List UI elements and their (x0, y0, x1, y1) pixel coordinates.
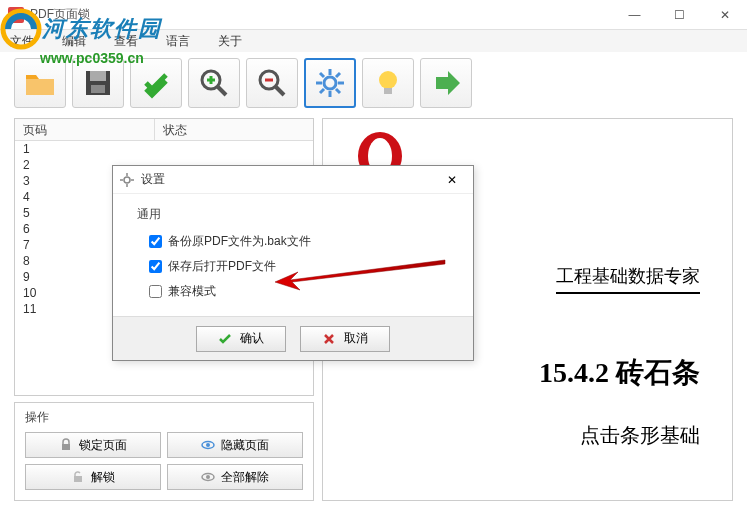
option-backup[interactable]: 备份原PDF文件为.bak文件 (149, 233, 449, 250)
col-status[interactable]: 状态 (155, 119, 195, 140)
cancel-label: 取消 (344, 330, 368, 347)
minimize-button[interactable]: — (612, 0, 657, 30)
zoom-out-icon (254, 65, 290, 101)
menu-edit[interactable]: 编辑 (62, 33, 86, 50)
dialog-footer: 确认 取消 (113, 316, 473, 360)
svg-line-18 (320, 73, 324, 77)
open-folder-icon (22, 65, 58, 101)
backup-label: 备份原PDF文件为.bak文件 (168, 233, 311, 250)
unlock-button[interactable]: 解锁 (25, 464, 161, 490)
svg-point-32 (124, 177, 130, 183)
operations-panel: 操作 锁定页面 隐藏页面 解锁 全部解除 (14, 402, 314, 501)
app-icon: P (8, 7, 24, 23)
zoom-in-button[interactable] (188, 58, 240, 108)
svg-rect-4 (90, 71, 106, 81)
menu-language[interactable]: 语言 (166, 33, 190, 50)
close-button[interactable]: ✕ (702, 0, 747, 30)
dialog-title: 设置 (141, 171, 437, 188)
svg-line-19 (336, 89, 340, 93)
maximize-button[interactable]: ☐ (657, 0, 702, 30)
svg-point-26 (206, 443, 210, 447)
svg-point-13 (324, 77, 336, 89)
cancel-button[interactable]: 取消 (300, 326, 390, 352)
svg-point-22 (379, 71, 397, 89)
gear-icon (312, 65, 348, 101)
toolbar (0, 52, 747, 114)
svg-line-7 (218, 87, 226, 95)
compat-label: 兼容模式 (168, 283, 216, 300)
unlock-label: 解锁 (91, 469, 115, 486)
check-icon (218, 332, 232, 346)
menu-file[interactable]: 文件 (10, 33, 34, 50)
settings-button[interactable] (304, 58, 356, 108)
col-page[interactable]: 页码 (15, 119, 155, 140)
tip-button[interactable] (362, 58, 414, 108)
eye-off-icon (201, 470, 215, 484)
apply-button[interactable] (130, 58, 182, 108)
svg-point-29 (206, 475, 210, 479)
open-button[interactable] (14, 58, 66, 108)
dialog-titlebar[interactable]: 设置 ✕ (113, 166, 473, 194)
open-after-label: 保存后打开PDF文件 (168, 258, 276, 275)
go-button[interactable] (420, 58, 472, 108)
unhide-all-label: 全部解除 (221, 469, 269, 486)
zoom-out-button[interactable] (246, 58, 298, 108)
save-button[interactable] (72, 58, 124, 108)
window-titlebar: P PDF页面锁 — ☐ ✕ (0, 0, 747, 30)
close-icon (322, 332, 336, 346)
backup-checkbox[interactable] (149, 235, 162, 248)
lock-page-label: 锁定页面 (79, 437, 127, 454)
preview-subtitle: 工程基础数据专家 (556, 264, 700, 294)
hide-page-button[interactable]: 隐藏页面 (167, 432, 303, 458)
dialog-body: 通用 备份原PDF文件为.bak文件 保存后打开PDF文件 兼容模式 (113, 194, 473, 316)
settings-dialog: 设置 ✕ 通用 备份原PDF文件为.bak文件 保存后打开PDF文件 兼容模式 … (112, 165, 474, 361)
menubar: 文件 编辑 查看 语言 关于 (0, 30, 747, 52)
hide-page-label: 隐藏页面 (221, 437, 269, 454)
svg-rect-24 (62, 444, 70, 450)
svg-text:P: P (13, 10, 20, 21)
open-after-checkbox[interactable] (149, 260, 162, 273)
zoom-in-icon (196, 65, 232, 101)
unhide-all-button[interactable]: 全部解除 (167, 464, 303, 490)
group-general: 通用 (137, 206, 449, 223)
unlock-icon (71, 470, 85, 484)
save-icon (80, 65, 116, 101)
compat-checkbox[interactable] (149, 285, 162, 298)
svg-rect-23 (384, 88, 392, 94)
gear-icon (119, 172, 135, 188)
operations-title: 操作 (25, 409, 303, 426)
arrow-right-icon (428, 65, 464, 101)
svg-line-11 (276, 87, 284, 95)
window-title: PDF页面锁 (30, 6, 612, 23)
svg-rect-5 (91, 85, 105, 93)
lock-icon (59, 438, 73, 452)
svg-rect-27 (74, 476, 82, 482)
svg-line-21 (320, 89, 324, 93)
menu-view[interactable]: 查看 (114, 33, 138, 50)
menu-about[interactable]: 关于 (218, 33, 242, 50)
lightbulb-icon (370, 65, 406, 101)
eye-icon (201, 438, 215, 452)
option-compat[interactable]: 兼容模式 (149, 283, 449, 300)
svg-line-20 (336, 73, 340, 77)
dialog-close-button[interactable]: ✕ (437, 169, 467, 191)
preview-text: 点击条形基础 (355, 422, 700, 449)
list-item[interactable]: 1 (15, 141, 313, 157)
ok-button[interactable]: 确认 (196, 326, 286, 352)
list-header: 页码 状态 (15, 119, 313, 141)
ok-label: 确认 (240, 330, 264, 347)
lock-page-button[interactable]: 锁定页面 (25, 432, 161, 458)
check-icon (138, 65, 174, 101)
option-open-after[interactable]: 保存后打开PDF文件 (149, 258, 449, 275)
